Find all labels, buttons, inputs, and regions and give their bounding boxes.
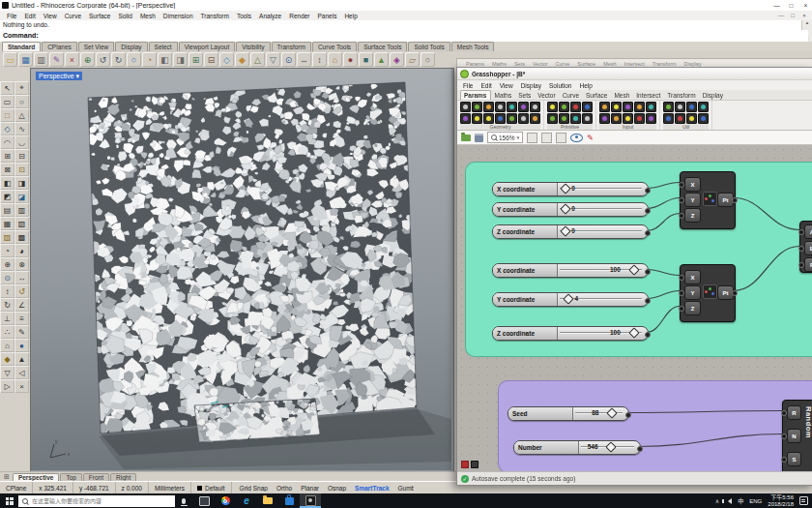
toolbar-icon[interactable]: ◧ [158, 52, 172, 67]
gh-component-icon[interactable] [530, 113, 540, 124]
toolbar-icon[interactable]: ◇ [219, 52, 234, 67]
window-control-item[interactable]: □ [784, 2, 798, 9]
gh-component-icon[interactable] [570, 102, 581, 112]
sidebar-tool-icon[interactable]: ↺ [14, 284, 29, 298]
gh-component-icon[interactable] [675, 102, 685, 112]
canvas-widget-icon[interactable] [471, 461, 478, 468]
sidebar-tool-icon[interactable]: ◁ [14, 366, 29, 379]
toolbar-icon[interactable]: ◈ [390, 52, 404, 67]
sidebar-tool-icon[interactable]: ● [14, 339, 29, 352]
sidebar-tool-icon[interactable]: ▲ [14, 352, 29, 366]
sidebar-tool-icon[interactable]: ↻ [0, 298, 14, 312]
window-control-item[interactable]: × [798, 2, 812, 9]
slider-track[interactable]: 0 [558, 183, 642, 195]
status-toggle-smarttrack[interactable]: SmartTrack [355, 485, 389, 492]
gh-menu-item-file[interactable]: File [459, 82, 477, 89]
gh-menu-item-solution[interactable]: Solution [545, 82, 576, 89]
status-toggle-osnap[interactable]: Osnap [328, 485, 346, 492]
sidebar-tool-icon[interactable]: ◆ [0, 352, 14, 366]
start-button[interactable] [0, 493, 18, 508]
gh-component-icon[interactable] [646, 113, 656, 124]
toolbar-icon[interactable]: ⊞ [188, 52, 203, 67]
toolbar-tab-set-view[interactable]: Set View [78, 42, 115, 51]
sidebar-tool-icon[interactable]: ○ [14, 95, 29, 108]
menu-item-help[interactable]: Help [340, 13, 361, 19]
slider-track[interactable]: 546 [579, 441, 634, 454]
slider-track[interactable]: 100 [558, 327, 642, 340]
gh-tab-intersect[interactable]: Intersect [633, 91, 663, 100]
sidebar-tool-icon[interactable]: ≡ [14, 312, 29, 325]
gh-component-icon[interactable] [686, 102, 697, 112]
sidebar-tool-icon[interactable]: ⌖ [14, 81, 29, 95]
menu-item-view[interactable]: View [40, 13, 61, 19]
language-indicator[interactable]: ENG [749, 498, 762, 504]
child-window-control-item[interactable]: × [798, 13, 810, 18]
toolbar-tab-transform[interactable]: Transform [272, 42, 311, 51]
gh-menu-item-edit[interactable]: Edit [477, 82, 495, 89]
sidebar-tool-icon[interactable]: ▦ [0, 217, 14, 230]
sketch-pen-icon[interactable]: ✎ [587, 134, 594, 142]
menu-item-edit[interactable]: Edit [20, 13, 39, 19]
gh-canvas[interactable]: X coordinate0Y coordinate0Z coordinate0X… [457, 145, 812, 471]
bg-tab-params[interactable]: Params [463, 61, 487, 67]
slider-grip[interactable] [561, 183, 571, 194]
menu-item-tools[interactable]: Tools [233, 13, 255, 19]
menu-item-solid[interactable]: Solid [114, 13, 135, 19]
slider-grip[interactable] [628, 327, 639, 338]
gh-component-icon[interactable] [599, 102, 610, 112]
zoom-control[interactable]: 156% ▾ [487, 132, 523, 143]
menu-item-surface[interactable]: Surface [85, 13, 114, 19]
gh-component-icon[interactable] [518, 113, 529, 124]
slider-track[interactable]: 0 [558, 225, 642, 238]
toolbar-icon[interactable]: ▥ [34, 52, 48, 67]
sidebar-tool-icon[interactable]: □ [0, 108, 14, 122]
input-param-x[interactable]: X [684, 270, 701, 284]
gh-component-icon[interactable] [675, 113, 685, 124]
slider-track[interactable]: 100 [558, 264, 642, 277]
speaker-icon[interactable] [728, 498, 732, 504]
bg-tab-curve[interactable]: Curve [553, 61, 573, 67]
gh-component-icon[interactable] [686, 113, 697, 124]
gh-tab-params[interactable]: Params [460, 90, 491, 100]
gh-tab-vector[interactable]: Vector [535, 91, 558, 100]
toolbar-icon[interactable]: ↔ [297, 52, 311, 67]
toolbar-icon[interactable]: ⊟ [204, 52, 218, 67]
gh-component-icon[interactable] [623, 102, 633, 112]
sidebar-tool-icon[interactable]: ▽ [0, 366, 14, 379]
slider-grip[interactable] [561, 225, 571, 236]
sidebar-tool-icon[interactable]: ⊡ [14, 163, 29, 176]
gh-slider-y-coordinate[interactable]: Y coordinate4 [492, 292, 649, 307]
sidebar-tool-icon[interactable]: ✎ [14, 325, 29, 339]
toolbar-icon[interactable]: ⊕ [80, 52, 95, 67]
status-toggle-gumball[interactable]: Gumball [398, 485, 414, 492]
gh-component-icon[interactable] [623, 113, 633, 124]
input-param-n[interactable]: N [787, 429, 801, 443]
slider-track[interactable]: 4 [558, 293, 642, 306]
gh-component-icon[interactable] [582, 102, 593, 112]
gh-slider-y-coordinate[interactable]: Y coordinate0 [492, 202, 649, 217]
input-param-z[interactable]: Z [684, 301, 701, 315]
gh-slider-z-coordinate[interactable]: Z coordinate100 [492, 326, 649, 341]
toolbar-icon[interactable]: ✎ [49, 52, 64, 67]
toolbar-icon[interactable]: ◆ [235, 52, 249, 67]
input-param-p[interactable]: P [804, 257, 812, 272]
canvas-tool-icon[interactable] [556, 133, 566, 143]
sidebar-tool-icon[interactable]: ↕ [0, 284, 14, 298]
toolbar-icon[interactable]: ▱ [405, 52, 420, 67]
gh-component-icon[interactable] [460, 102, 471, 112]
gh-component-icon[interactable] [472, 102, 482, 112]
toolbar-tab-cplanes[interactable]: CPlanes [42, 42, 77, 51]
gh-construct-point-component[interactable]: XYZPt [680, 264, 736, 322]
toolbar-icon[interactable]: ↕ [312, 52, 327, 67]
sidebar-tool-icon[interactable]: ⊗ [14, 257, 29, 271]
gh-component-icon[interactable] [547, 102, 558, 112]
bg-tab-surface[interactable]: Surface [574, 61, 598, 67]
viewport-grid-icon[interactable]: ⊞ [2, 473, 12, 481]
toolbar-tab-standard[interactable]: Standard [2, 42, 41, 51]
sidebar-tool-icon[interactable]: ▭ [0, 95, 14, 108]
sidebar-tool-icon[interactable]: ⊟ [14, 149, 29, 163]
gh-component-icon[interactable] [507, 102, 517, 112]
toolbar-icon[interactable]: ● [343, 52, 358, 67]
sidebar-tool-icon[interactable]: ↖ [0, 81, 14, 95]
taskbar-app-rhino-taskbar-icon[interactable] [300, 493, 321, 508]
